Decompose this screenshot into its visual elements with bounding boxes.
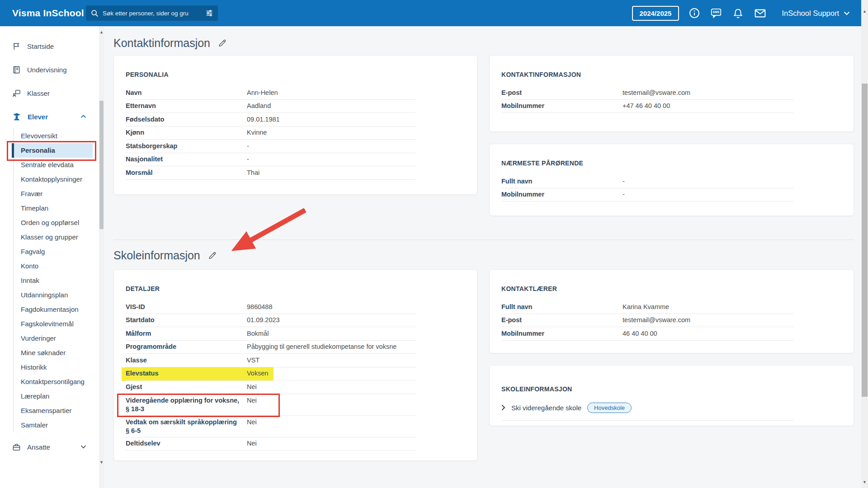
table-row: ProgramområdePåbygging til generell stud… (126, 341, 416, 354)
table-row: KjønnKvinne (126, 127, 416, 140)
sidebar-item-eksamenspartier[interactable]: Eksamenspartier (0, 404, 99, 418)
table-row: KlasseVST (126, 354, 416, 367)
table-row: MorsmålThai (126, 166, 416, 180)
sidebar-item-sentrale-elevdata[interactable]: Sentrale elevdata (0, 158, 99, 172)
school-name: Ski videregående skole (511, 404, 581, 412)
scroll-up-arrow[interactable]: ▲ (861, 9, 868, 14)
account-menu[interactable]: InSchool Support (782, 9, 850, 18)
scroll-down-arrow[interactable]: ▼ (861, 480, 868, 484)
sidebar-item-samtaler[interactable]: Samtaler (0, 418, 99, 432)
sms-icon[interactable]: SMS (710, 7, 722, 19)
graduate-icon (12, 112, 21, 121)
card-title: NÆRMESTE PÅRØRENDE (501, 160, 854, 167)
table-row: DeltidselevNei (126, 437, 416, 451)
sidebar-scrollbar[interactable]: ▲ ▼ (99, 26, 104, 488)
sidebar-item-timeplan[interactable]: Timeplan (0, 201, 99, 216)
info-icon[interactable] (689, 7, 700, 19)
table-row: Fullt navnKarina Kvamme (501, 300, 793, 314)
sidebar-item-ansatte[interactable]: Ansatte (0, 435, 99, 459)
scroll-up-arrow[interactable]: ▲ (99, 30, 104, 34)
sidebar-item-laereplan[interactable]: Læreplan (0, 389, 99, 404)
sidebar-item-fagdokumentasjon[interactable]: Fagdokumentasjon (0, 302, 99, 317)
table-row: Startdato01.09.2023 (126, 314, 416, 328)
page-scrollbar[interactable]: ▲ ▼ (861, 0, 868, 488)
table-row: Vedtak om særskilt språkopplæring § 6-5N… (126, 416, 416, 437)
flag-icon (12, 42, 21, 51)
card-title: PERSONALIA (126, 71, 477, 78)
card-naermeste-parorende: NÆRMESTE PÅRØRENDE Fullt navn- Mobilnumm… (489, 144, 854, 216)
table-row: Nasjonalitet- (126, 153, 416, 167)
sidebar-item-konto[interactable]: Konto (0, 259, 99, 273)
sidebar: Startside Undervisning Klasser (0, 26, 104, 488)
sidebar-item-klasser[interactable]: Klasser (0, 81, 99, 105)
sidebar-item-undervisning[interactable]: Undervisning (0, 58, 99, 81)
top-bar: Visma InSchool 2024/2025 (0, 0, 868, 26)
table-row: E-posttestemail@vsware.com (501, 314, 793, 328)
row-divider (501, 420, 793, 421)
sidebar-item-fagvalg[interactable]: Fagvalg (0, 244, 99, 259)
sidebar-item-utdanningsplan[interactable]: Utdanningsplan (0, 288, 99, 302)
sidebar-item-startside[interactable]: Startside (0, 34, 99, 58)
sidebar-item-vurderinger[interactable]: Vurderinger (0, 331, 99, 346)
school-expand-row[interactable]: Ski videregående skole Hovedskole (501, 401, 854, 414)
section-divider (113, 239, 854, 240)
card-title: KONTAKTLÆRER (501, 285, 854, 292)
sidebar-item-inntak[interactable]: Inntak (0, 273, 99, 288)
chevron-down-icon (80, 445, 86, 449)
sidebar-item-label: Undervisning (27, 66, 67, 74)
presenter-icon (12, 89, 21, 98)
table-row-elevstatus: ElevstatusVoksen (126, 367, 416, 381)
scroll-down-arrow[interactable]: ▼ (99, 460, 104, 465)
chevron-right-icon (501, 404, 505, 411)
svg-text:SMS: SMS (713, 10, 720, 14)
page-title: Skoleinformasjon (113, 249, 200, 262)
sidebar-item-historikk[interactable]: Historikk (0, 360, 99, 375)
school-year-button[interactable]: 2024/2025 (632, 6, 679, 21)
card-title: DETALJER (126, 285, 477, 292)
sidebar-item-personalia[interactable]: Personalia (12, 143, 93, 158)
book-icon (12, 66, 21, 74)
card-kontaktlaerer: KONTAKTLÆRER Fullt navnKarina Kvamme E-p… (489, 269, 854, 353)
table-row: Fullt navn- (501, 175, 793, 188)
chevron-up-icon (80, 115, 86, 118)
table-row: Fødselsdato09.01.1981 (126, 113, 416, 127)
sidebar-item-mine-soknader[interactable]: Mine søknader (0, 346, 99, 360)
table-row: EtternavnAadland (126, 100, 416, 113)
filter-sliders-icon[interactable] (205, 9, 213, 17)
sidebar-item-klasser-og-grupper[interactable]: Klasser og grupper (0, 230, 99, 244)
table-row: VIS-ID9860488 (126, 300, 416, 314)
scrollbar-thumb[interactable] (862, 84, 868, 397)
sidebar-item-elevoversikt[interactable]: Elevoversikt (0, 129, 99, 143)
global-search[interactable] (86, 5, 218, 21)
sidebar-item-kontaktopplysninger[interactable]: Kontaktopplysninger (0, 172, 99, 187)
sidebar-item-label: Startside (27, 42, 54, 50)
sidebar-item-kontaktpersontilgang[interactable]: Kontaktpersontilgang (0, 375, 99, 389)
sidebar-item-label: Klasser (27, 89, 50, 97)
elever-subnav: Elevoversikt Personalia Sentrale elevdat… (0, 129, 99, 432)
edit-pencil-icon[interactable] (218, 39, 226, 47)
table-row: Mobilnummer+47 46 40 40 00 (501, 100, 793, 113)
sidebar-item-orden-og-oppforsel[interactable]: Orden og oppførsel (0, 216, 99, 230)
sidebar-item-fravaer[interactable]: Fravær (0, 187, 99, 201)
envelope-icon[interactable] (754, 7, 767, 20)
card-kontaktinformasjon: KONTAKTINFORMASJON E-posttestemail@vswar… (489, 55, 854, 132)
sidebar-item-fagskolevitnemal[interactable]: Fagskolevitnemål (0, 317, 99, 331)
table-row: GjestNei (126, 380, 416, 394)
table-row-vgo-voksne: Videregående opplæring for voksne, § 18-… (126, 394, 416, 416)
section-heading-kontaktinformasjon: Kontaktinformasjon (113, 37, 226, 50)
card-title: SKOLEINFORMASJON (501, 385, 854, 393)
table-row: Mobilnummer46 40 40 00 (501, 327, 793, 341)
search-input[interactable] (103, 10, 205, 17)
briefcase-icon (12, 443, 21, 451)
section-heading-skoleinformasjon: Skoleinformasjon (113, 249, 217, 262)
search-icon (91, 9, 99, 17)
sidebar-item-label: Ansatte (27, 443, 50, 451)
chevron-down-icon (844, 11, 850, 15)
scrollbar-thumb[interactable] (99, 101, 104, 229)
sidebar-item-elever[interactable]: Elever (0, 105, 99, 128)
edit-pencil-icon[interactable] (208, 251, 217, 260)
hovedskole-badge: Hovedskole (587, 403, 632, 413)
bell-icon[interactable] (732, 7, 744, 19)
table-row: MålformBokmål (126, 327, 416, 341)
table-row: NavnAnn-Helen (126, 86, 416, 100)
